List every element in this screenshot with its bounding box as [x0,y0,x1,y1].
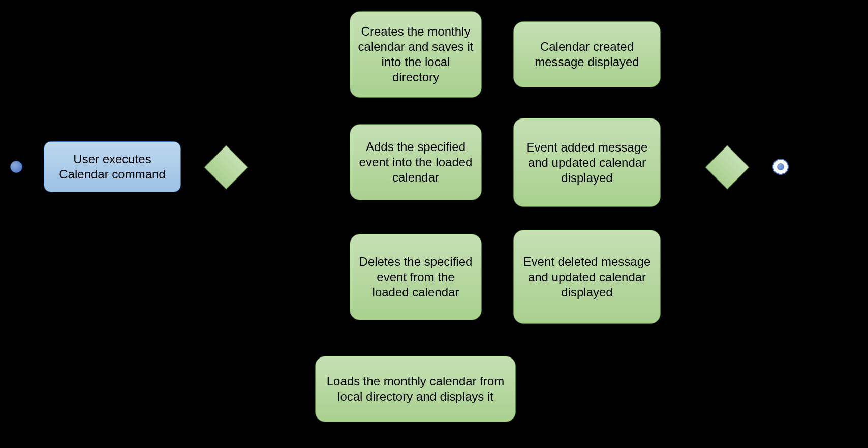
delete-event-action: Deletes the specified event from the loa… [350,234,482,320]
end-node [772,159,789,175]
event-added-message: Event added message and updated calendar… [513,118,661,207]
start-node [10,161,22,173]
end-node-inner [777,163,784,170]
create-calendar-action: Creates the monthly calendar and saves i… [350,11,482,98]
activity-diagram: User executes Calendar command Creates t… [0,0,868,448]
event-deleted-message: Event deleted message and updated calend… [513,230,661,324]
calendar-created-message: Calendar created message displayed [513,21,661,87]
add-event-action: Adds the specified event into the loaded… [350,124,482,200]
user-executes-command: User executes Calendar command [44,141,181,192]
load-calendar-action: Loads the monthly calendar from local di… [315,356,516,422]
decision-left [204,145,249,190]
merge-right [705,145,750,190]
